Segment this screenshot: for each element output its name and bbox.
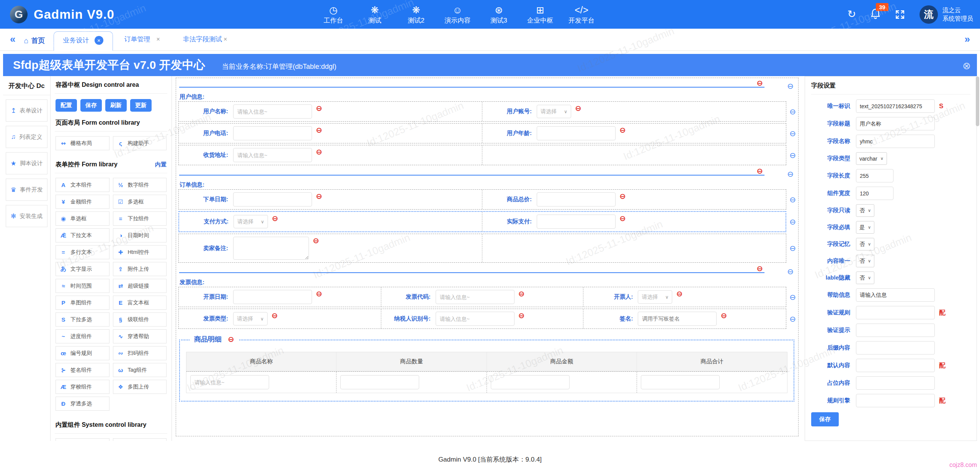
group-line[interactable] (179, 87, 764, 88)
refresh-button[interactable]: 刷新 (105, 99, 127, 112)
remove-field-icon[interactable]: ⊖ (272, 215, 278, 222)
component-time-range[interactable]: ≈时间范围 (56, 279, 109, 293)
remove-row-icon[interactable]: ⊖ (789, 130, 796, 137)
detail-cell-quantity[interactable] (336, 372, 487, 393)
tabs-scroll-left-icon[interactable]: « (8, 33, 18, 50)
sidebar-item-install-generate[interactable]: ✻ 安装生成 (6, 205, 47, 227)
component-hyperlink[interactable]: ⇄超级链接 (113, 279, 167, 293)
menu-item-test[interactable]: ❋ 测试 (357, 4, 392, 25)
field-actual-pay[interactable]: 实际支付: ⊖ (482, 212, 786, 231)
group-line[interactable] (179, 175, 764, 176)
tab-close-icon[interactable]: × (224, 36, 227, 43)
tab-home[interactable]: ⌂ 首页 (24, 36, 45, 45)
component-grid-layout[interactable]: ↭ 栅格布局 (56, 136, 109, 150)
menu-item-enterprise[interactable]: ⊞ 企业中枢 (523, 4, 558, 25)
remove-field-icon[interactable]: ⊖ (316, 290, 322, 298)
remove-field-icon[interactable]: ⊖ (720, 312, 727, 319)
sidebar-item-script-design[interactable]: ★ 脚本设计 (6, 152, 47, 174)
remove-row-icon[interactable]: ⊖ (789, 244, 796, 252)
account-select[interactable]: 请选择 ∨ (537, 105, 571, 118)
unique-id-input[interactable] (856, 99, 935, 113)
builtin-link[interactable]: 内置 (155, 161, 167, 168)
config-button[interactable]: 配置 (56, 99, 77, 112)
page-scrollbar[interactable] (976, 76, 979, 453)
component-build-assistant[interactable]: ς 构建助手 (113, 136, 167, 150)
field-type-select[interactable]: varchar ∨ (856, 152, 887, 165)
default-content-input[interactable] (856, 359, 935, 372)
remove-field-icon[interactable]: ⊖ (316, 104, 322, 112)
address-input[interactable] (233, 148, 312, 162)
signature-input[interactable] (638, 312, 717, 326)
component-html[interactable]: ✚Html控件 (113, 245, 167, 259)
component-multiline-text[interactable]: =多行文本 (56, 245, 109, 259)
phone-input[interactable] (233, 126, 312, 140)
field-title-input[interactable] (856, 117, 935, 130)
remove-row-icon[interactable]: ⊖ (787, 268, 794, 275)
row-cells[interactable]: 支付方式: 请选择 ∨ ⊖ 实际支付: ⊖ (178, 211, 786, 232)
remove-field-icon[interactable]: ⊖ (619, 192, 626, 200)
remove-field-icon[interactable]: ⊖ (518, 290, 525, 298)
product-amount-input[interactable] (491, 375, 570, 389)
invoice-date-input[interactable] (233, 290, 312, 304)
field-length-input[interactable] (856, 169, 893, 182)
component-text[interactable]: A文本组件 (56, 178, 109, 192)
tab-business-design[interactable]: 业务设计 × (54, 31, 113, 51)
component-progress[interactable]: ~进度组件 (56, 329, 109, 343)
field-signature[interactable]: 签名: ⊖ (583, 309, 786, 329)
field-save-button[interactable]: 保存 (811, 412, 839, 426)
remove-field-icon[interactable]: ⊖ (575, 104, 581, 112)
product-quantity-input[interactable] (340, 375, 419, 389)
actual-pay-input[interactable] (537, 215, 616, 229)
remove-line-icon[interactable]: ⊖ (756, 79, 763, 87)
field-pay-method[interactable]: 支付方式: 请选择 ∨ ⊖ (179, 212, 482, 231)
remove-detail-icon[interactable]: ⊖ (228, 335, 234, 343)
remove-field-icon[interactable]: ⊖ (316, 192, 322, 200)
required-select[interactable]: 是 ∨ (856, 221, 874, 234)
remove-field-icon[interactable]: ⊖ (316, 148, 322, 156)
invoice-person-select[interactable]: 请选择 ∨ (638, 290, 672, 304)
component-datetime[interactable]: ◑日期时间 (113, 228, 167, 242)
save-button[interactable]: 保存 (80, 99, 102, 112)
menu-item-workbench[interactable]: ◷ 工作台 (316, 4, 351, 25)
field-taxpayer-id[interactable]: 纳税人识别号: ⊖ (381, 309, 584, 329)
tab-order-management[interactable]: 订单管理 × (118, 35, 166, 44)
field-invoice-person[interactable]: 开票人: 请选择 ∨ ⊖ (583, 287, 786, 307)
tab-illegal-field-test[interactable]: 非法字段测试 × (177, 35, 233, 44)
remove-row-icon[interactable]: ⊖ (789, 218, 796, 226)
tab-close-icon[interactable]: × (157, 36, 160, 43)
component-radio[interactable]: ◉单选框 (56, 211, 109, 226)
field-phone[interactable]: 用户电话: ⊖ (179, 124, 482, 143)
fs-config-link[interactable]: 配 (939, 396, 946, 405)
invoice-code-input[interactable] (436, 290, 514, 304)
component-width-input[interactable] (856, 187, 893, 200)
component-cascade[interactable]: §级联组件 (113, 312, 167, 327)
remove-field-icon[interactable]: ⊖ (676, 290, 683, 298)
component-scan-code[interactable]: ∾扫码组件 (113, 346, 167, 360)
tabs-scroll-right-icon[interactable]: » (962, 33, 972, 50)
component-drill-multi-select[interactable]: Đ穿透多选 (56, 397, 109, 411)
component-dropdown-text[interactable]: Ǣ下拉文本 (56, 228, 109, 242)
field-total-price[interactable]: 商品总价: ⊖ (482, 190, 786, 209)
component-amount[interactable]: ¥金额组件 (56, 195, 109, 209)
suffix-content-input[interactable] (856, 341, 935, 355)
component-multi-image[interactable]: ❖多图上传 (113, 380, 167, 394)
fs-config-link[interactable]: 配 (939, 308, 946, 317)
validate-hint-input[interactable] (856, 324, 935, 337)
fs-extra-s[interactable]: S (939, 102, 943, 110)
detail-cell-amount[interactable] (487, 372, 637, 393)
component-number[interactable]: ½数字组件 (113, 178, 167, 192)
product-name-input[interactable] (190, 375, 269, 389)
designer-close-icon[interactable]: ⊗ (962, 60, 971, 72)
field-order-date[interactable]: 下单日期: ⊖ (179, 190, 482, 209)
remove-row-icon[interactable]: ⊖ (789, 151, 796, 159)
product-total-input[interactable] (641, 375, 720, 389)
field-invoice-type[interactable]: 发票类型: 请选择 ∨ ⊖ (179, 309, 381, 329)
group-line[interactable] (179, 272, 764, 273)
detail-cell-total[interactable] (637, 372, 787, 393)
remove-row-icon[interactable]: ⊖ (787, 82, 794, 90)
logo[interactable]: G Gadmin V9.0 (0, 6, 153, 23)
remove-field-icon[interactable]: ⊖ (619, 215, 626, 222)
pay-method-select[interactable]: 请选择 ∨ (234, 215, 268, 228)
unique-content-select[interactable]: 否 ∨ (856, 255, 874, 267)
remove-field-icon[interactable]: ⊖ (271, 312, 278, 319)
